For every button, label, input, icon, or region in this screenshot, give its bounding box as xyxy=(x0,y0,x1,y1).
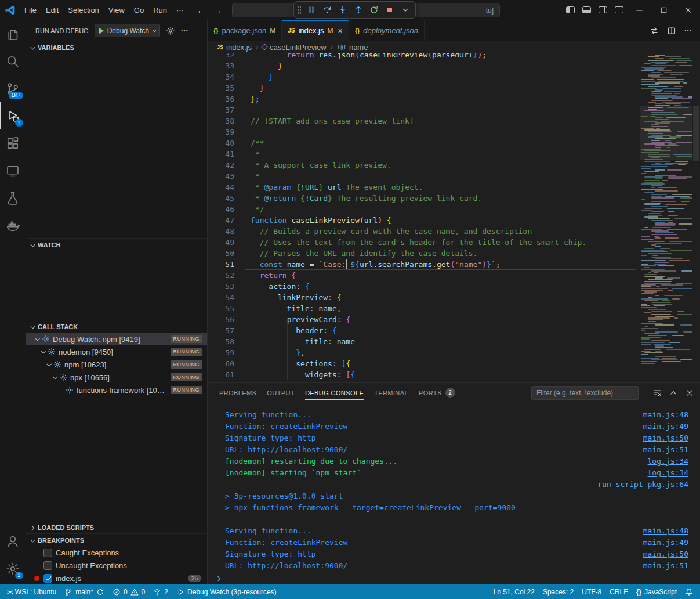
line-number[interactable]: 47 xyxy=(208,215,234,226)
pause-button[interactable] xyxy=(304,3,318,17)
status-git-branch[interactable]: main* xyxy=(60,584,108,599)
customize-layout-icon[interactable] xyxy=(611,0,627,20)
split-editor-icon[interactable] xyxy=(667,26,676,35)
code-editor[interactable]: 32 return res.json(caseLinkPreview(parse… xyxy=(208,53,640,382)
drag-grip-icon[interactable] xyxy=(297,6,302,15)
line-number[interactable]: 48 xyxy=(208,226,234,237)
line-number[interactable]: 40 xyxy=(208,138,234,149)
breakpoint-checkbox[interactable] xyxy=(43,549,52,557)
line-number[interactable]: 61 xyxy=(208,369,234,380)
line-number[interactable]: 53 xyxy=(208,281,234,292)
console-source-link[interactable]: main.js:48 xyxy=(643,526,688,535)
panel-tab-output[interactable]: OUTPUT xyxy=(267,383,295,403)
close-button[interactable] xyxy=(676,0,700,20)
line-number[interactable]: 45 xyxy=(208,193,234,204)
status-remote-indicator[interactable]: ><WSL: Ubuntu xyxy=(3,584,60,599)
line-number[interactable]: 32 xyxy=(208,53,234,60)
status-indentation[interactable]: Spaces: 2 xyxy=(539,584,578,599)
views-more-actions-icon[interactable]: ··· xyxy=(181,26,188,35)
step-out-button[interactable] xyxy=(351,3,365,17)
console-source-link[interactable]: main.js:50 xyxy=(643,550,688,558)
line-number[interactable]: 54 xyxy=(208,292,234,303)
tab-deployment-json[interactable]: {}deployment.json xyxy=(349,20,425,41)
call-stack-session[interactable]: Debug Watch: npm [9419] RUNNING xyxy=(26,333,207,345)
console-source-link[interactable]: main.js:49 xyxy=(643,538,688,547)
line-number[interactable]: 38 xyxy=(208,116,234,127)
minimap-viewport[interactable] xyxy=(640,106,692,160)
activity-item-search[interactable] xyxy=(0,48,26,75)
activity-item-remote-explorer[interactable] xyxy=(0,157,26,184)
call-stack-session[interactable]: npm [10623] RUNNING xyxy=(26,358,207,371)
breakpoint-checkbox[interactable] xyxy=(43,561,52,570)
menu-item-view[interactable]: View xyxy=(104,3,129,17)
activity-item-extensions[interactable] xyxy=(0,129,26,157)
tab-package-json[interactable]: {}package.json M xyxy=(208,20,282,41)
minimap[interactable] xyxy=(640,53,692,382)
scrollbar-thumb[interactable] xyxy=(693,106,699,161)
activity-item-accounts[interactable] xyxy=(0,528,26,555)
line-number[interactable]: 41 xyxy=(208,149,234,160)
line-number[interactable]: 51 xyxy=(208,259,234,270)
close-panel-icon[interactable] xyxy=(685,388,694,398)
line-number[interactable]: 37 xyxy=(208,104,234,116)
panel-tab-terminal[interactable]: TERMINAL xyxy=(374,383,408,403)
line-number[interactable]: 58 xyxy=(208,336,234,347)
activity-item-run-and-debug[interactable]: 1 xyxy=(0,102,26,129)
toggle-primary-sidebar-icon[interactable] xyxy=(562,0,578,20)
status-forwarded-ports[interactable]: 2 xyxy=(149,584,172,599)
close-icon[interactable]: × xyxy=(338,26,343,35)
line-number[interactable]: 60 xyxy=(208,358,234,369)
menu-item-more[interactable]: ··· xyxy=(172,3,188,17)
go-back-icon[interactable]: ← xyxy=(197,5,205,15)
console-source-link[interactable]: log.js:34 xyxy=(648,457,688,466)
menu-item-go[interactable]: Go xyxy=(129,3,148,17)
line-number[interactable]: 49 xyxy=(208,237,234,248)
line-number[interactable]: 33 xyxy=(208,60,234,71)
menu-item-run[interactable]: Run xyxy=(148,3,172,17)
section-header-watch[interactable]: WATCH xyxy=(26,238,207,251)
line-number[interactable]: 35 xyxy=(208,82,234,93)
console-source-link[interactable]: run-script-pkg.js:64 xyxy=(597,480,688,489)
tab-index-js[interactable]: JSindex.js M × xyxy=(282,20,349,41)
menu-item-selection[interactable]: Selection xyxy=(63,3,103,17)
console-source-link[interactable]: log.js:34 xyxy=(648,468,688,477)
console-source-link[interactable]: main.js:51 xyxy=(643,445,688,454)
debug-console-input[interactable] xyxy=(208,572,700,584)
maximize-button[interactable] xyxy=(651,0,676,20)
console-source-link[interactable]: main.js:51 xyxy=(643,561,688,570)
breakpoint-checkbox[interactable] xyxy=(43,574,52,583)
chevron-down-icon[interactable] xyxy=(35,336,39,341)
call-stack-session[interactable]: functions-framework [106... RUNNING xyxy=(26,384,207,396)
panel-tab-ports[interactable]: PORTS 2 xyxy=(419,383,455,403)
restart-button[interactable] xyxy=(367,3,381,17)
chevron-down-icon[interactable] xyxy=(46,362,51,366)
stop-button[interactable] xyxy=(382,3,397,17)
breakpoint-row[interactable]: Uncaught Exceptions xyxy=(26,559,207,572)
menu-item-edit[interactable]: Edit xyxy=(41,3,63,17)
console-filter-input[interactable] xyxy=(531,386,639,400)
launch-configuration-dropdown[interactable]: Debug Watch xyxy=(95,24,160,37)
menu-item-file[interactable]: File xyxy=(20,3,41,17)
status-language-mode[interactable]: {}JavaScript xyxy=(632,584,681,599)
toggle-panel-icon[interactable] xyxy=(578,0,594,20)
go-forward-icon[interactable]: → xyxy=(213,5,222,15)
activity-item-docker[interactable] xyxy=(0,211,26,239)
chevron-down-icon[interactable] xyxy=(41,349,45,353)
breadcrumb-item-name[interactable]: [@]name xyxy=(337,43,368,52)
clear-console-icon[interactable] xyxy=(652,388,662,398)
line-number[interactable]: 59 xyxy=(208,347,234,358)
console-source-link[interactable]: main.js:49 xyxy=(643,422,688,431)
line-number[interactable]: 57 xyxy=(208,325,234,336)
line-number[interactable]: 39 xyxy=(208,127,234,138)
status-eol[interactable]: CRLF xyxy=(605,584,632,599)
start-debugging-icon[interactable] xyxy=(99,28,104,34)
status-encoding[interactable]: UTF-8 xyxy=(578,584,605,599)
status-problems[interactable]: 00 xyxy=(108,584,149,599)
console-source-link[interactable]: main.js:48 xyxy=(643,410,688,419)
open-changes-icon[interactable] xyxy=(650,26,659,35)
debug-settings-gear-icon[interactable] xyxy=(166,26,175,35)
line-number[interactable]: 46 xyxy=(208,204,234,215)
step-into-button[interactable] xyxy=(335,3,350,17)
panel-tab-debug-console[interactable]: DEBUG CONSOLE xyxy=(305,383,364,403)
breadcrumb-item-index-js[interactable]: JSindex.js xyxy=(217,43,252,52)
